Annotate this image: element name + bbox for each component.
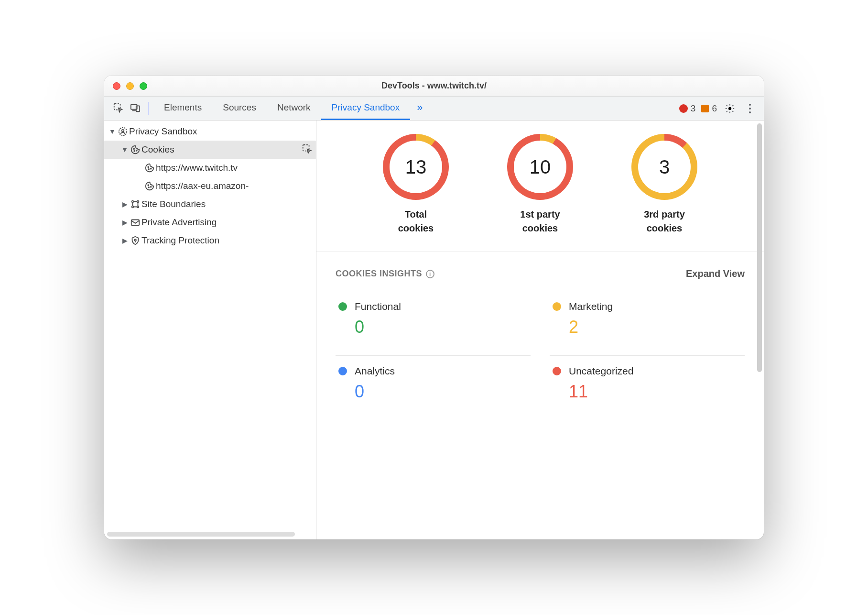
vertical-divider <box>148 102 149 115</box>
svg-point-20 <box>132 201 134 203</box>
tree-site-boundaries[interactable]: ▶ Site Boundaries <box>104 195 316 213</box>
ring-label-line2: cookies <box>647 223 682 233</box>
cookie-icon <box>143 163 156 173</box>
svg-point-15 <box>148 169 149 170</box>
svg-point-9 <box>122 130 124 132</box>
tree-tracking-protection[interactable]: ▶ Tracking Protection <box>104 231 316 250</box>
ring-label-line2: cookies <box>398 223 434 233</box>
close-window-button[interactable] <box>113 82 120 90</box>
svg-point-7 <box>749 111 751 113</box>
tree-label: Privacy Sandbox <box>129 126 197 137</box>
site-boundaries-icon <box>129 199 141 209</box>
cookie-icon <box>129 144 141 155</box>
chevron-right-icon: ▶ <box>120 237 129 244</box>
svg-point-5 <box>749 104 751 106</box>
sidebar-tree: ▼ Privacy Sandbox ▼ Cookies <box>104 121 316 250</box>
chevron-right-icon: ▶ <box>120 200 129 208</box>
svg-rect-13 <box>303 144 309 151</box>
svg-point-18 <box>148 187 149 188</box>
insight-name: Functional <box>355 301 401 312</box>
svg-point-14 <box>148 166 149 167</box>
ring-value: 10 <box>514 141 566 193</box>
legend-dot <box>553 302 561 311</box>
legend-dot <box>338 302 347 311</box>
insight-value: 0 <box>338 382 528 402</box>
traffic-lights <box>113 82 147 90</box>
tree-label: https://www.twitch.tv <box>156 163 238 173</box>
insights-title: COOKIES INSIGHTS <box>336 269 422 279</box>
vertical-scrollbar[interactable] <box>757 123 762 372</box>
ring-value: 13 <box>390 141 442 193</box>
svg-rect-0 <box>114 103 120 110</box>
tab-more[interactable]: » <box>410 97 429 120</box>
ring-third-party-cookies: 3 3rd partycookies <box>619 134 710 235</box>
svg-rect-24 <box>131 220 140 226</box>
svg-point-25 <box>134 239 136 241</box>
kebab-menu-button[interactable] <box>743 101 757 116</box>
horizontal-scrollbar[interactable] <box>107 532 295 537</box>
svg-point-17 <box>148 185 149 186</box>
sidebar: ▼ Privacy Sandbox ▼ Cookies <box>104 121 316 539</box>
minimize-window-button[interactable] <box>126 82 134 90</box>
error-count[interactable]: 3 <box>679 103 696 114</box>
svg-point-4 <box>728 107 731 110</box>
cookies-insights-section: COOKIES INSIGHTS i Expand View Functiona… <box>316 252 764 406</box>
inspect-element-icon[interactable] <box>113 102 123 115</box>
cookie-summary-rings: 13 Totalcookies 10 1st partycookies 3 <box>316 121 764 252</box>
insight-card-marketing[interactable]: Marketing 2 <box>550 291 745 341</box>
warning-icon <box>701 105 709 112</box>
tree-cookie-origin[interactable]: https://aax-eu.amazon- <box>104 177 316 195</box>
ring-first-party-cookies: 10 1st partycookies <box>495 134 586 235</box>
svg-point-16 <box>151 168 152 169</box>
device-toolbar-icon[interactable] <box>130 102 141 115</box>
svg-point-12 <box>136 150 137 151</box>
insight-card-analytics[interactable]: Analytics 0 <box>336 355 531 406</box>
legend-dot <box>553 367 561 375</box>
tree-cookies[interactable]: ▼ Cookies <box>104 141 316 159</box>
devtools-window: DevTools - www.twitch.tv/ Elements Sourc… <box>104 76 764 539</box>
tab-privacy-sandbox[interactable]: Privacy Sandbox <box>321 97 411 120</box>
warning-count-value: 6 <box>712 103 717 114</box>
tab-elements[interactable]: Elements <box>153 97 212 120</box>
svg-point-22 <box>132 206 134 208</box>
ring-label-line1: 3rd party <box>644 209 685 220</box>
tree-label: Private Advertising <box>141 217 217 228</box>
tree-cookie-origin[interactable]: https://www.twitch.tv <box>104 159 316 177</box>
ring-label-line1: Total <box>405 209 427 220</box>
tree-label: https://aax-eu.amazon- <box>156 181 249 191</box>
ring-total-cookies: 13 Totalcookies <box>370 134 461 235</box>
chevron-right-icon: ▶ <box>120 219 129 226</box>
info-icon[interactable]: i <box>426 270 434 278</box>
tree-root-privacy-sandbox[interactable]: ▼ Privacy Sandbox <box>104 122 316 141</box>
insight-card-uncategorized[interactable]: Uncategorized 11 <box>550 355 745 406</box>
tree-label: Cookies <box>141 144 174 155</box>
tab-sources[interactable]: Sources <box>212 97 267 120</box>
ring-label-line2: cookies <box>522 223 558 233</box>
tree-label: Tracking Protection <box>141 235 219 246</box>
ring-label-line1: 1st party <box>520 209 560 220</box>
tree-label: Site Boundaries <box>141 199 206 209</box>
sandbox-icon <box>117 126 129 137</box>
insight-value: 2 <box>553 317 742 337</box>
svg-point-19 <box>151 187 152 187</box>
error-icon <box>679 104 688 113</box>
zoom-window-button[interactable] <box>140 82 147 90</box>
chevron-down-icon: ▼ <box>120 146 129 154</box>
mail-icon <box>129 217 141 228</box>
expand-view-button[interactable]: Expand View <box>686 268 745 279</box>
insight-card-functional[interactable]: Functional 0 <box>336 291 531 341</box>
insight-name: Analytics <box>355 365 395 377</box>
insight-name: Marketing <box>569 301 613 312</box>
cookie-icon <box>143 181 156 191</box>
warning-count[interactable]: 6 <box>701 103 717 114</box>
panel-tabs: Elements Sources Network Privacy Sandbox… <box>153 97 429 120</box>
insight-value: 0 <box>338 317 528 337</box>
shield-icon <box>129 235 141 246</box>
svg-point-11 <box>134 151 135 152</box>
insight-name: Uncategorized <box>569 365 633 377</box>
inspect-cookies-icon[interactable] <box>302 143 312 156</box>
tab-network[interactable]: Network <box>267 97 321 120</box>
settings-button[interactable] <box>723 101 737 116</box>
chevron-down-icon: ▼ <box>108 128 117 135</box>
tree-private-advertising[interactable]: ▶ Private Advertising <box>104 213 316 231</box>
